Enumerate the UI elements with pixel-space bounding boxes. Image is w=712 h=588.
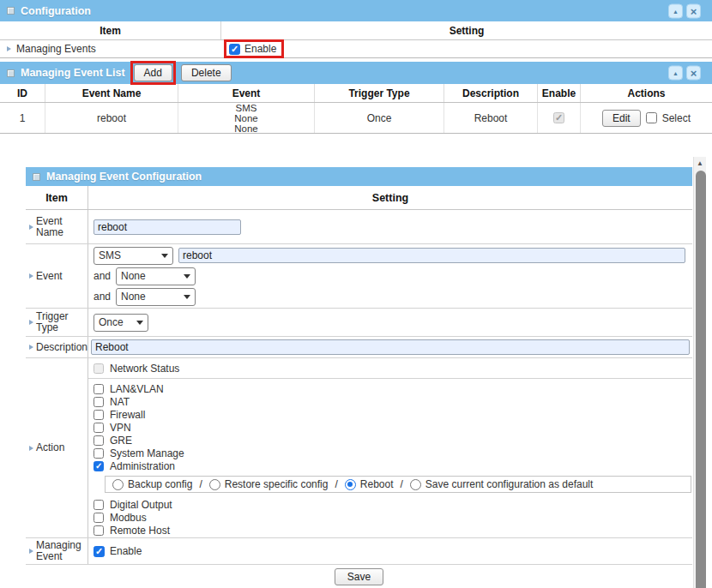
- column-header-event-name: Event Name: [45, 84, 178, 102]
- gre-label: GRE: [110, 435, 132, 447]
- add-highlight-box: Add: [130, 61, 176, 85]
- managing-events-label: Managing Events: [16, 43, 96, 55]
- trigger-selected-value: Once: [99, 316, 124, 328]
- column-header-id: ID: [0, 84, 45, 102]
- managing-event-list-panel: Managing Event List Add Delete ID Event …: [0, 62, 712, 134]
- action-row: Action Network Status LAN&VLAN NAT Firew…: [26, 358, 692, 538]
- digital-output-checkbox[interactable]: [94, 500, 104, 510]
- chevron-down-icon: [161, 254, 168, 258]
- scrollbar-thumb[interactable]: [696, 171, 706, 588]
- collapse-icon[interactable]: [668, 3, 683, 18]
- vertical-scrollbar[interactable]: [693, 157, 706, 588]
- column-header-enable: Enable: [538, 84, 581, 102]
- close-icon[interactable]: [686, 66, 701, 81]
- cell-event: SMS None None: [178, 103, 315, 133]
- lan-vlan-checkbox[interactable]: [94, 384, 104, 394]
- cell-description: Reboot: [444, 103, 538, 133]
- event-list-row: 1 reboot SMS None None Once Reboot Edit …: [0, 103, 712, 134]
- digital-output-label: Digital Output: [110, 499, 172, 511]
- description-label: Description: [36, 342, 87, 353]
- administration-checkbox[interactable]: [94, 461, 104, 471]
- managing-event-enable-checkbox[interactable]: [94, 546, 105, 557]
- nat-checkbox[interactable]: [94, 397, 104, 407]
- option-separator: /: [399, 478, 405, 490]
- close-icon[interactable]: [686, 3, 701, 18]
- restore-specific-config-radio[interactable]: [209, 479, 220, 490]
- column-header-setting: Setting: [88, 186, 692, 209]
- event-and2-select[interactable]: None: [116, 288, 196, 306]
- action-label: Action: [36, 442, 64, 453]
- row-enable-checkbox: [553, 112, 564, 123]
- backup-config-label: Backup config: [128, 478, 192, 490]
- vpn-label: VPN: [110, 422, 131, 434]
- panel-icon: [33, 173, 40, 181]
- event-name-input[interactable]: [94, 219, 241, 235]
- restore-specific-config-label: Restore specific config: [225, 478, 329, 490]
- vpn-checkbox[interactable]: [94, 423, 104, 433]
- backup-config-radio[interactable]: [112, 479, 124, 490]
- network-status-checkbox: [94, 363, 104, 374]
- reboot-radio[interactable]: [345, 479, 356, 490]
- lan-vlan-label: LAN&VLAN: [110, 383, 164, 395]
- and1-selected-value: None: [121, 270, 146, 282]
- and-label: and: [94, 270, 111, 282]
- row-arrow-icon: [29, 320, 33, 325]
- edit-button[interactable]: Edit: [602, 110, 641, 127]
- network-status-label: Network Status: [110, 363, 179, 375]
- collapse-icon[interactable]: [668, 66, 683, 81]
- remote-host-checkbox[interactable]: [94, 525, 104, 536]
- managing-events-enable-checkbox[interactable]: [229, 44, 240, 55]
- save-row: Save: [26, 565, 692, 588]
- panel-title: Managing Event Configuration: [46, 171, 202, 183]
- save-default-label: Save current configuration as default: [425, 478, 593, 490]
- managing-events-row: Managing Events Enable: [0, 40, 712, 58]
- chevron-down-icon: [184, 295, 190, 299]
- administration-label: Administration: [110, 460, 175, 472]
- row-arrow-icon: [29, 273, 33, 279]
- and-label: and: [94, 291, 111, 303]
- reboot-label: Reboot: [360, 478, 394, 490]
- enable-label: Enable: [244, 43, 276, 55]
- cell-enable: [538, 103, 581, 133]
- cell-actions: Edit Select: [581, 103, 712, 133]
- chevron-down-icon: [136, 321, 143, 325]
- event-and1-select[interactable]: None: [116, 267, 196, 285]
- and2-selected-value: None: [121, 291, 146, 303]
- delete-button[interactable]: Delete: [181, 64, 232, 81]
- remote-host-label: Remote Host: [110, 525, 170, 537]
- add-button[interactable]: Add: [134, 64, 172, 81]
- enable-highlight-box: Enable: [224, 39, 284, 58]
- row-arrow-icon: [29, 446, 33, 451]
- trigger-type-select[interactable]: Once: [94, 314, 148, 332]
- column-header-event: Event: [178, 84, 315, 102]
- scroll-up-icon[interactable]: [694, 157, 706, 170]
- event-type-selected-value: SMS: [99, 249, 121, 261]
- row-arrow-icon: [29, 225, 33, 230]
- row-arrow-icon: [29, 345, 33, 350]
- column-header-description: Description: [444, 84, 538, 102]
- option-separator: /: [197, 478, 203, 490]
- panel-title: Configuration: [21, 5, 91, 17]
- event-list-titlebar: Managing Event List Add Delete: [0, 62, 712, 84]
- event-label: Event: [36, 271, 63, 282]
- firewall-checkbox[interactable]: [94, 410, 104, 420]
- panel-icon: [7, 69, 15, 77]
- event-type-select[interactable]: SMS: [94, 247, 173, 265]
- modbus-checkbox[interactable]: [94, 513, 104, 523]
- save-button[interactable]: Save: [335, 568, 383, 585]
- select-checkbox[interactable]: [646, 112, 657, 123]
- description-row: Description: [26, 337, 692, 358]
- description-input[interactable]: [91, 339, 690, 355]
- trigger-type-label: Trigger Type: [36, 311, 87, 333]
- system-manage-label: System Manage: [110, 447, 184, 459]
- save-default-radio[interactable]: [410, 479, 421, 490]
- cell-event-name: reboot: [45, 103, 178, 133]
- configuration-panel: Configuration Item Setting Managing Even…: [0, 0, 712, 58]
- gre-checkbox[interactable]: [94, 435, 104, 446]
- nat-label: NAT: [110, 396, 130, 408]
- option-separator: /: [333, 478, 339, 490]
- row-arrow-icon: [7, 46, 11, 51]
- system-manage-checkbox[interactable]: [94, 448, 104, 459]
- column-header-item: Item: [0, 21, 221, 39]
- event-value-input[interactable]: [178, 248, 685, 263]
